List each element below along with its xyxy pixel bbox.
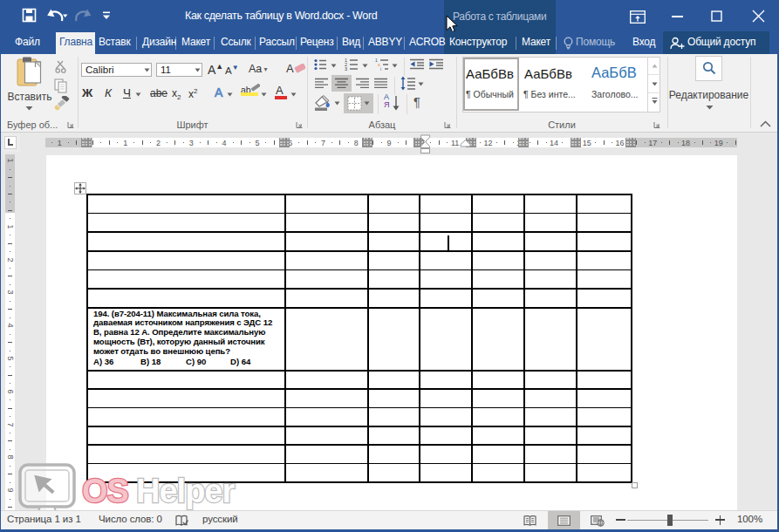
svg-text:Helper: Helper — [136, 473, 235, 509]
svg-text:3: 3 — [345, 66, 347, 71]
svg-text:i: i — [380, 66, 381, 71]
svg-text:OS: OS — [82, 473, 128, 509]
